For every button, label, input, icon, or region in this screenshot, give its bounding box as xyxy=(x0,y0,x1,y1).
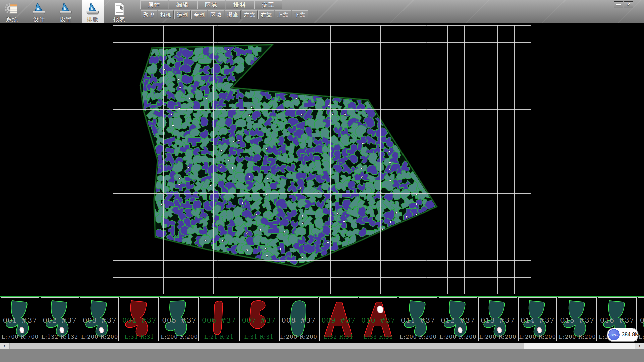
part-name-label: 002_#37 xyxy=(41,316,79,324)
report-icon xyxy=(112,1,127,16)
menu-tab-properties[interactable]: 属性 xyxy=(140,0,168,9)
part-lr-label: L:31 R:31 xyxy=(240,334,278,340)
part-lr-label: L:700 R:700 xyxy=(1,334,39,340)
action-button-cut-all[interactable]: 全割 xyxy=(191,10,207,19)
scroll-left-icon[interactable]: ‹ xyxy=(0,343,9,349)
part-name-label: 014_#37 xyxy=(519,316,556,324)
part-name-label: 007_#37 xyxy=(240,316,278,324)
action-button-defect[interactable]: 瑕疵 xyxy=(225,10,241,19)
part-lr-label: L:21 R:21 xyxy=(200,334,238,340)
part-name-label: 016_#37 xyxy=(598,316,636,324)
main-button-label: 报表 xyxy=(108,16,130,23)
panel-top-line xyxy=(0,295,644,295)
main-button-nesting[interactable]: 排版 xyxy=(82,0,104,23)
design-icon xyxy=(32,1,46,16)
main-button-label: 排版 xyxy=(82,16,104,23)
part-name-label: 008_#37 xyxy=(280,316,318,324)
part-lr-label: L:33 R:33 xyxy=(359,334,397,340)
part-thumbnail-001_#37[interactable]: 001_#37L:700 R:700 xyxy=(1,297,39,341)
part-thumbnail-005_#37[interactable]: 005_#37L:200 R:200 xyxy=(160,297,199,341)
menu-tab-nest[interactable]: 排料 xyxy=(226,0,254,9)
part-thumbnail-012_#37[interactable]: 012_#37L:200 R:200 xyxy=(439,297,477,341)
menu-tab-bar: 属性编辑区域排料交互 xyxy=(140,0,283,9)
action-button-select-cut[interactable]: 选割 xyxy=(174,10,191,19)
action-button-camera[interactable]: 相机 xyxy=(158,10,174,19)
main-button-system[interactable]: 系统 xyxy=(1,0,23,23)
part-name-label: 009_#37 xyxy=(320,316,358,324)
part-name-label: 001_#37 xyxy=(1,316,39,324)
part-name-label: 005_#37 xyxy=(160,316,198,324)
part-lr-label: L:200 R:200 xyxy=(80,334,118,340)
part-thumbnail-003_#37[interactable]: 003_#37L:200 R:200 xyxy=(80,297,119,341)
menu-tab-edit[interactable]: 编辑 xyxy=(169,0,197,9)
part-lr-label: L:200 R:200 xyxy=(558,334,596,340)
title-toolbar: 系统 设计 设置 排版 报表 属性编辑区域排料交互 聚排相机选割全割区域瑕疵左靠… xyxy=(0,0,644,24)
action-button-snap-top[interactable]: 上靠 xyxy=(275,10,291,19)
part-name-label: 010_#37 xyxy=(359,316,397,324)
part-thumbnail-010_#37[interactable]: 010_#37L:33 R:33 xyxy=(359,297,397,341)
part-thumbnail-006_#37[interactable]: 006_#37L:21 R:21 xyxy=(200,297,238,341)
action-button-region[interactable]: 区域 xyxy=(208,10,224,19)
app-window: 系统 设计 设置 排版 报表 属性编辑区域排料交互 聚排相机选割全割区域瑕疵左靠… xyxy=(0,0,644,362)
main-button-label: 设置 xyxy=(55,16,77,23)
part-thumbnail-013_#37[interactable]: 013_#37L:200 R:200 xyxy=(478,297,517,341)
scrollbar-thumb[interactable] xyxy=(9,343,524,349)
part-lr-label: L:200 R:200 xyxy=(399,334,437,340)
part-name-label: 017_#37 xyxy=(638,316,644,324)
action-button-bar: 聚排相机选割全割区域瑕疵左靠右靠上靠下靠 xyxy=(141,10,309,19)
main-button-settings[interactable]: 设置 xyxy=(55,0,77,23)
part-thumbnail-011_#37[interactable]: 011_#37L:200 R:200 xyxy=(399,297,437,341)
part-lr-label: L:200 R:200 xyxy=(160,334,198,340)
part-name-label: 011_#37 xyxy=(399,316,437,324)
part-lr-label: L:200 R:200 xyxy=(519,334,556,340)
panel-top-line-2 xyxy=(0,296,644,297)
status-bar xyxy=(0,349,644,362)
part-lr-label: L:200 R:200 xyxy=(479,334,517,340)
part-lr-label: L:132 R:132 xyxy=(41,334,79,340)
memory-usage-label: 384.8M xyxy=(622,331,639,338)
close-button[interactable]: × xyxy=(624,1,633,8)
action-button-cluster-nest[interactable]: 聚排 xyxy=(141,10,157,19)
part-name-label: 015_#37 xyxy=(558,316,596,324)
horizontal-scrollbar[interactable]: ‹ › xyxy=(0,343,644,349)
part-name-label: 004_#37 xyxy=(120,316,158,324)
parts-panel: 001_#37L:700 R:700002_#37L:132 R:132003_… xyxy=(0,295,644,342)
nesting-canvas[interactable] xyxy=(0,23,644,295)
part-thumbnail-014_#37[interactable]: 014_#37L:200 R:200 xyxy=(518,297,557,341)
part-thumbnail-002_#37[interactable]: 002_#37L:132 R:132 xyxy=(41,297,79,341)
scroll-right-icon[interactable]: › xyxy=(635,343,644,349)
system-icon xyxy=(5,1,19,16)
settings-icon xyxy=(58,1,73,16)
progress-percent-badge: 38% xyxy=(608,329,620,340)
part-lr-label: L:32 R:31 xyxy=(320,334,358,340)
main-button-label: 设计 xyxy=(28,16,50,23)
action-button-snap-left[interactable]: 左靠 xyxy=(241,10,258,19)
part-thumbnail-009_#37[interactable]: 009_#37L:32 R:31 xyxy=(319,297,358,341)
minimize-button[interactable]: — xyxy=(614,1,623,8)
part-name-label: 006_#37 xyxy=(200,316,238,324)
memory-progress-pill: 38% 384.8M xyxy=(607,328,638,341)
main-button-label: 系统 xyxy=(1,16,23,23)
part-name-label: 012_#37 xyxy=(439,316,477,324)
part-thumbnail-004_#37[interactable]: 004_#37L:31 R:31 xyxy=(120,297,159,341)
part-lr-label: L:31 R:31 xyxy=(120,334,158,340)
nesting-icon xyxy=(85,1,100,16)
menu-tab-region[interactable]: 区域 xyxy=(197,0,225,9)
part-lr-label: L:200 R:200 xyxy=(280,334,318,340)
part-name-label: 013_#37 xyxy=(479,316,517,324)
part-thumbnail-008_#37[interactable]: 008_#37L:200 R:200 xyxy=(279,297,318,341)
main-button-report[interactable]: 报表 xyxy=(108,0,130,23)
action-button-snap-right[interactable]: 右靠 xyxy=(258,10,274,19)
main-button-design[interactable]: 设计 xyxy=(28,0,50,23)
menu-tab-interact[interactable]: 交互 xyxy=(254,0,282,9)
part-name-label: 003_#37 xyxy=(80,316,118,324)
part-thumbnail-007_#37[interactable]: 007_#37L:31 R:31 xyxy=(239,297,278,341)
action-button-snap-bottom[interactable]: 下靠 xyxy=(292,10,308,19)
part-lr-label: L:200 R:200 xyxy=(439,334,477,340)
part-thumbnail-015_#37[interactable]: 015_#37L:200 R:200 xyxy=(558,297,597,341)
